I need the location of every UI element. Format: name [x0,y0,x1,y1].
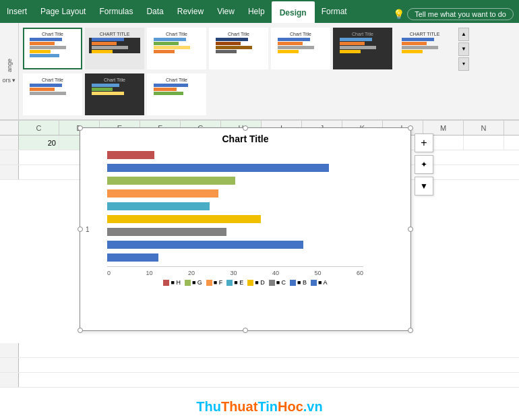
tab-view[interactable]: View [210,0,241,23]
gallery-item-1[interactable]: Chart Title [23,28,82,69]
x-axis-labels: 0102030405060 [107,270,363,276]
gallery-item-4[interactable]: Chart Title [209,28,268,69]
tab-data[interactable]: Data [140,0,170,23]
handle-top-mid[interactable] [243,125,248,131]
legend-g: ■ G [185,279,202,286]
gallery-nav-down[interactable]: ▼ [458,42,469,56]
gallery-nav: ▲ ▼ ▾ [458,28,469,71]
handle-mid-right[interactable] [408,227,413,232]
gallery-item-7[interactable]: CHART TITLE [395,28,454,69]
cell-n1[interactable] [464,136,504,150]
tab-design[interactable]: Design [272,1,315,24]
bar-row-d [107,201,404,212]
bar-g [107,164,329,172]
colors-button[interactable]: ors ▾ [2,77,16,84]
change-label: ange [6,59,13,72]
chart-body: 1 [80,147,410,278]
chart-filter-button[interactable]: ▼ [415,177,433,196]
bar-row-c [107,214,404,224]
gallery-item-3[interactable]: Chart Title [147,28,206,69]
chart-side-buttons: + ✦ ▼ [415,133,433,196]
gallery-bar: ange ors ▾ Chart Title [0,23,519,121]
gallery-nav-up[interactable]: ▲ [458,28,469,41]
tab-format[interactable]: Format [315,0,354,23]
bar-row-h [107,150,404,160]
gallery-item-2[interactable]: CHART TITLE [85,28,144,69]
x-axis-line [107,266,363,267]
chart-style-button[interactable]: ✦ [415,155,433,174]
bar-row-b [107,227,404,237]
bar-row-g [107,162,404,173]
row-num-1 [0,136,19,150]
legend-d: ■ D [247,279,264,286]
handle-top-left[interactable] [78,125,83,131]
spreadsheet-area: C D E F G H I J K L M N 20 34 15 26 52 1… [0,121,519,420]
handle-top-right[interactable] [408,125,413,131]
handle-mid-left[interactable] [78,227,83,232]
ribbon-tabs: Insert Page Layout Formulas Data Review … [0,0,519,23]
handle-bottom-mid[interactable] [243,328,248,333]
legend-e: ■ E [226,279,243,286]
gallery-item-9[interactable]: Chart Title [85,73,144,115]
bar-extra [107,253,158,262]
bar-c [107,215,261,223]
gallery-nav-more[interactable]: ▾ [458,57,469,71]
gallery-item-8[interactable]: Chart Title [23,73,82,115]
bar-e [107,189,218,198]
handle-bottom-left[interactable] [78,328,83,333]
bar-a [107,241,303,249]
tab-insert[interactable]: Insert [0,0,34,23]
watermark: ThuThuatTinHoc.vn [196,399,322,415]
chart-add-button[interactable]: + [415,133,433,152]
chart-container[interactable]: Chart Title 1 [80,127,411,331]
tab-review[interactable]: Review [171,0,210,23]
chart-title: Chart Title [80,128,410,147]
bar-row-a [107,239,404,250]
gallery-row-1: Chart Title CHART TITLE [23,28,515,71]
cell-c1[interactable]: 20 [19,136,59,150]
bar-row-e [107,188,404,199]
tab-formulas[interactable]: Formulas [92,0,140,23]
legend-b: ■ B [290,279,307,286]
bar-d [107,202,210,210]
gallery-item-6[interactable]: Chart Title [333,28,392,69]
tell-me-input[interactable]: Tell me what you want to do [407,8,514,20]
bar-row-extra [107,252,404,263]
handle-bottom-right[interactable] [408,328,413,333]
bar-f [107,177,235,185]
col-m: M [423,121,464,135]
gallery-row-2: Chart Title Chart Title [23,73,515,115]
col-n: N [464,121,504,135]
chart-legend: ■ H ■ G ■ F ■ E ■ D ■ C ■ B ■ A [80,278,410,287]
tab-help[interactable]: Help [241,0,272,23]
empty-rows-area [0,343,519,400]
col-c: C [19,121,59,135]
bar-b [107,228,226,236]
y-axis-label: 1 [86,226,90,233]
legend-a: ■ A [311,279,327,286]
gallery-item-5[interactable]: Chart Title [271,28,330,69]
legend-c: ■ C [269,279,286,286]
bar-h [107,151,154,159]
tab-page-layout[interactable]: Page Layout [34,0,92,23]
lightbulb-icon: 💡 [393,9,404,20]
legend-f: ■ F [206,279,222,286]
legend-h: ■ H [163,279,180,286]
gallery-item-10[interactable]: Chart Title [147,73,206,115]
bar-row-f [107,175,404,186]
gallery-left-panel: ange ors ▾ [0,23,19,119]
